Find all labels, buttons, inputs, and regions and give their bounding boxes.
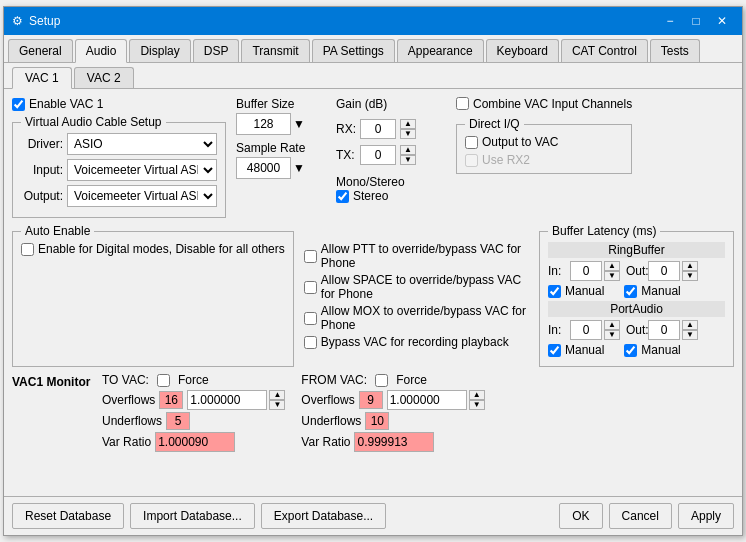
sub-tab-vac1[interactable]: VAC 1 — [12, 67, 72, 89]
sample-rate-label: Sample Rate — [236, 141, 326, 155]
combine-vac-label: Combine VAC Input Channels — [473, 97, 632, 111]
from-underflows-label: Underflows — [301, 414, 361, 428]
import-database-button[interactable]: Import Database... — [130, 503, 255, 529]
port-in-input[interactable] — [570, 320, 602, 340]
to-ratio-down[interactable]: ▼ — [269, 400, 285, 410]
sample-rate-input[interactable] — [236, 157, 291, 179]
to-vac-group: TO VAC: Force Overflows 16 ▲ ▼ — [102, 373, 285, 454]
port-in-pair: In: ▲ ▼ — [548, 320, 620, 340]
port-in-down[interactable]: ▼ — [604, 330, 620, 340]
tab-general[interactable]: General — [8, 39, 73, 62]
tab-appearance[interactable]: Appearance — [397, 39, 484, 62]
mox-override-checkbox[interactable] — [304, 312, 317, 325]
cancel-button[interactable]: Cancel — [609, 503, 672, 529]
port-in-manual-checkbox[interactable] — [548, 344, 561, 357]
ring-out-label: Out: — [626, 264, 646, 278]
window-body: General Audio Display DSP Transmit PA Se… — [4, 35, 742, 535]
minimize-button[interactable]: − — [658, 11, 682, 31]
port-in-spin: ▲ ▼ — [604, 320, 620, 340]
buffer-size-group: Buffer Size ▼ — [236, 97, 326, 135]
space-override-row: Allow SPACE to override/bypass VAC for P… — [304, 273, 529, 301]
tx-down-btn[interactable]: ▼ — [400, 155, 416, 165]
port-in-up[interactable]: ▲ — [604, 320, 620, 330]
to-ratio-up[interactable]: ▲ — [269, 390, 285, 400]
output-select[interactable]: Voicemeeter Virtual ASIO — [67, 185, 217, 207]
combine-vac-checkbox[interactable] — [456, 97, 469, 110]
tab-tests[interactable]: Tests — [650, 39, 700, 62]
buffer-size-input[interactable] — [236, 113, 291, 135]
window-title: Setup — [29, 14, 60, 28]
tab-transmit[interactable]: Transmit — [241, 39, 309, 62]
from-vac-force-checkbox[interactable] — [375, 374, 388, 387]
enable-vac-checkbox[interactable] — [12, 98, 25, 111]
driver-row: Driver: ASIO — [21, 133, 217, 155]
ring-in-down[interactable]: ▼ — [604, 271, 620, 281]
port-out-input[interactable] — [648, 320, 680, 340]
ring-out-down[interactable]: ▼ — [682, 271, 698, 281]
tx-up-btn[interactable]: ▲ — [400, 145, 416, 155]
from-var-ratio-label: Var Ratio — [301, 435, 350, 449]
ring-in-manual-checkbox[interactable] — [548, 285, 561, 298]
ring-in-label: In: — [548, 264, 568, 278]
close-button[interactable]: ✕ — [710, 11, 734, 31]
ring-out-manual-checkbox[interactable] — [624, 285, 637, 298]
ring-in-up[interactable]: ▲ — [604, 261, 620, 271]
tx-gain-input[interactable] — [360, 145, 396, 165]
vac-setup-legend: Virtual Audio Cable Setup — [21, 115, 166, 129]
auto-enable-checkbox[interactable] — [21, 243, 34, 256]
tab-pa-settings[interactable]: PA Settings — [312, 39, 395, 62]
sample-rate-group: Sample Rate ▼ — [236, 141, 326, 179]
sample-rate-arrow: ▼ — [293, 161, 305, 175]
space-override-checkbox[interactable] — [304, 281, 317, 294]
rx-gain-input[interactable] — [360, 119, 396, 139]
port-out-manual-checkbox[interactable] — [624, 344, 637, 357]
from-ratio-input[interactable] — [387, 390, 467, 410]
tab-cat-control[interactable]: CAT Control — [561, 39, 648, 62]
gain-title: Gain (dB) — [336, 97, 446, 111]
sub-tab-vac2[interactable]: VAC 2 — [74, 67, 134, 88]
input-select[interactable]: Voicemeeter Virtual ASIO — [67, 159, 217, 181]
tab-content: Enable VAC 1 Virtual Audio Cable Setup D… — [4, 89, 742, 494]
output-to-vac-checkbox[interactable] — [465, 136, 478, 149]
apply-button[interactable]: Apply — [678, 503, 734, 529]
to-var-ratio-label: Var Ratio — [102, 435, 151, 449]
ptt-override-checkbox[interactable] — [304, 250, 317, 263]
tab-keyboard[interactable]: Keyboard — [486, 39, 559, 62]
reset-database-button[interactable]: Reset Database — [12, 503, 124, 529]
tx-spin-btns: ▲ ▼ — [400, 145, 416, 165]
to-vac-header: TO VAC: Force — [102, 373, 285, 387]
tab-display[interactable]: Display — [129, 39, 190, 62]
port-out-down[interactable]: ▼ — [682, 330, 698, 340]
ring-out-input[interactable] — [648, 261, 680, 281]
buffer-size-arrow: ▼ — [293, 117, 305, 131]
port-out-up[interactable]: ▲ — [682, 320, 698, 330]
use-rx2-row: Use RX2 — [465, 153, 623, 167]
to-var-ratio-input[interactable] — [155, 432, 235, 452]
from-overflows-row: Overflows 9 ▲ ▼ — [301, 390, 484, 410]
ring-out-up[interactable]: ▲ — [682, 261, 698, 271]
output-label: Output: — [21, 189, 63, 203]
ok-button[interactable]: OK — [559, 503, 602, 529]
rx-down-btn[interactable]: ▼ — [400, 129, 416, 139]
rx-up-btn[interactable]: ▲ — [400, 119, 416, 129]
maximize-button[interactable]: □ — [684, 11, 708, 31]
from-ratio-down[interactable]: ▼ — [469, 400, 485, 410]
tab-dsp[interactable]: DSP — [193, 39, 240, 62]
mox-override-row: Allow MOX to override/bypass VAC for Pho… — [304, 304, 529, 332]
to-ratio-input[interactable] — [187, 390, 267, 410]
ring-in-input[interactable] — [570, 261, 602, 281]
export-database-button[interactable]: Export Database... — [261, 503, 386, 529]
to-vac-force-checkbox[interactable] — [157, 374, 170, 387]
driver-select[interactable]: ASIO — [67, 133, 217, 155]
titlebar-title: ⚙ Setup — [12, 14, 60, 28]
input-row: Input: Voicemeeter Virtual ASIO — [21, 159, 217, 181]
stereo-checkbox[interactable] — [336, 190, 349, 203]
space-override-label: Allow SPACE to override/bypass VAC for P… — [321, 273, 529, 301]
bypass-checkbox[interactable] — [304, 336, 317, 349]
port-out-manual-label: Manual — [641, 343, 680, 357]
from-var-ratio-input[interactable] — [354, 432, 434, 452]
combine-vac-row: Combine VAC Input Channels — [456, 97, 632, 111]
tab-audio[interactable]: Audio — [75, 39, 128, 63]
enable-vac-label: Enable VAC 1 — [29, 97, 104, 111]
from-ratio-up[interactable]: ▲ — [469, 390, 485, 400]
